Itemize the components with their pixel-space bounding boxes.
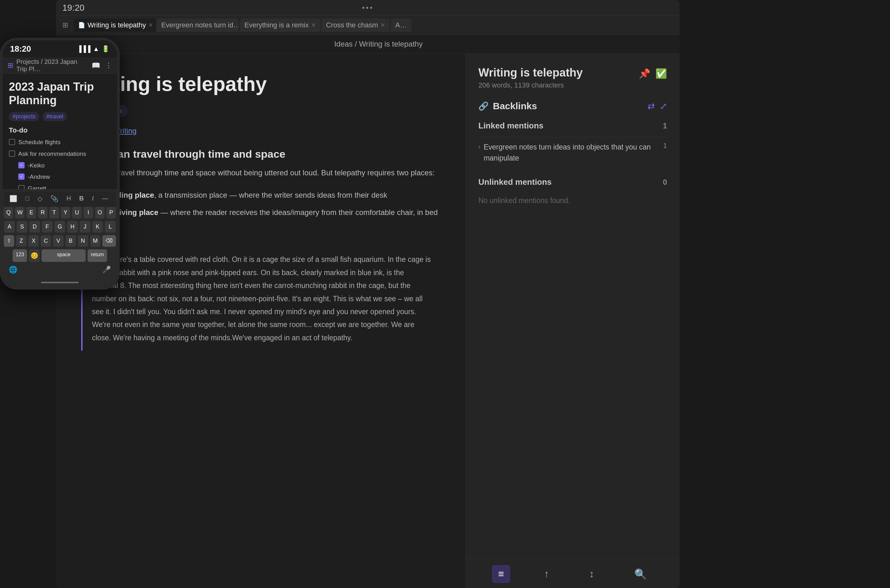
- no-mentions-text: No unlinked mentions found.: [478, 193, 667, 208]
- signal-icon: ▐▐▐: [77, 45, 91, 52]
- key-shift[interactable]: ⇧: [4, 235, 14, 247]
- key-v[interactable]: V: [53, 235, 63, 247]
- tab-evergreen[interactable]: Evergreen notes turn id… ✕: [157, 19, 239, 32]
- sidebar-toggle-icon[interactable]: ⊞: [59, 19, 71, 31]
- key-c[interactable]: C: [41, 235, 51, 247]
- phone-todo-section: To-do: [9, 126, 111, 134]
- phone-nav-icons: 📖 ⋮: [92, 62, 112, 70]
- key-delete[interactable]: ⌫: [102, 235, 116, 247]
- globe-icon[interactable]: 🌐: [9, 266, 17, 274]
- key-e[interactable]: E: [27, 207, 36, 219]
- tab-remix[interactable]: Everything is a remix ✕: [240, 19, 320, 32]
- backlinks-actions: ⇄ ⤢: [648, 101, 667, 111]
- key-a[interactable]: A: [4, 221, 15, 232]
- toolbar-list-btn[interactable]: ≡: [492, 565, 511, 583]
- key-x[interactable]: X: [29, 235, 39, 247]
- todo-checkbox-flights[interactable]: [9, 139, 15, 145]
- key-y[interactable]: Y: [61, 207, 70, 219]
- key-h[interactable]: H: [67, 221, 78, 232]
- key-l[interactable]: L: [105, 221, 116, 232]
- note-blockquote: Look- here's a table covered with red cl…: [81, 247, 440, 351]
- keyboard-row-4: 123 😊 space return: [4, 249, 116, 262]
- todo-checkbox-andrew[interactable]: [18, 174, 24, 180]
- key-j[interactable]: J: [80, 221, 90, 232]
- key-123[interactable]: 123: [13, 249, 27, 262]
- key-g[interactable]: G: [54, 221, 65, 232]
- key-b[interactable]: B: [66, 235, 76, 247]
- key-n[interactable]: N: [78, 235, 88, 247]
- toolbar-sort-btn[interactable]: ↕: [583, 565, 601, 583]
- mic-icon[interactable]: 🎤: [102, 266, 111, 274]
- phone-tag-travel[interactable]: #travel: [42, 112, 67, 121]
- key-k[interactable]: K: [92, 221, 103, 232]
- todo-checkbox-recommendations[interactable]: [9, 150, 15, 157]
- desktop-window: 19:20 ••• ⊞ 📄 Writing is telepathy ✕ Eve…: [56, 0, 680, 588]
- phone-home-indicator: [4, 276, 116, 286]
- list-item-2: A receiving place — where the reader rec…: [91, 206, 440, 219]
- linked-mentions-label: Linked mentions: [478, 121, 544, 130]
- linked-item-1[interactable]: › Evergreen notes turn ideas into object…: [478, 137, 667, 168]
- kbd-tool-heading[interactable]: H: [63, 193, 74, 204]
- pin-icon[interactable]: 📌: [639, 68, 650, 79]
- note-paragraph-1: Ideas can travel through time and space …: [81, 166, 440, 179]
- key-return[interactable]: return: [87, 249, 107, 262]
- key-z[interactable]: Z: [16, 235, 27, 247]
- list-item-1: A sending place, a transmission place — …: [91, 189, 440, 202]
- key-o[interactable]: O: [95, 207, 105, 219]
- todo-checkbox-keiko[interactable]: [18, 162, 24, 168]
- kbd-tool-attach[interactable]: 📎: [47, 193, 62, 204]
- key-d[interactable]: D: [29, 221, 40, 232]
- key-i[interactable]: I: [83, 207, 93, 219]
- note-section-1-title: Ideas can travel through time and space: [81, 148, 440, 160]
- kbd-tool-tag[interactable]: ◇: [34, 193, 45, 204]
- sidebar-toggle-icon[interactable]: ⊞: [8, 62, 13, 70]
- key-f[interactable]: F: [42, 221, 53, 232]
- more-icon[interactable]: ⋮: [105, 62, 112, 70]
- tab-close-3[interactable]: ✕: [311, 22, 316, 28]
- check-circle-icon[interactable]: ✅: [655, 68, 667, 79]
- note-section-2-title: Quote: [81, 228, 440, 240]
- bottom-toolbar: ≡ ↑ ↕ 🔍: [466, 560, 680, 588]
- kbd-tool-strike[interactable]: —: [99, 193, 111, 204]
- key-w[interactable]: W: [15, 207, 24, 219]
- kbd-tool-box[interactable]: □: [23, 193, 32, 204]
- todo-text-keiko: -Keiko: [28, 162, 45, 170]
- phone-note-title: 2023 Japan Trip Planning: [9, 80, 111, 107]
- title-bar: 19:20 •••: [56, 0, 680, 16]
- nav-bar: ‹ › Ideas / Writing is telepathy: [56, 34, 680, 54]
- backlinks-title-row: 🔗 Backlinks: [478, 101, 537, 111]
- tab-writing-is-telepathy[interactable]: 📄 Writing is telepathy ✕: [74, 19, 156, 32]
- mobile-phone: 18:20 ▐▐▐ ▲ 🔋 ⊞ Projects / 2023 Japan Tr…: [0, 38, 120, 290]
- panel-note-meta: 206 words, 1139 characters: [478, 81, 583, 89]
- tab-label-4: Cross the chasm: [326, 21, 378, 29]
- tab-5[interactable]: A…: [391, 19, 411, 32]
- todo-text-flights: Schedule flights: [18, 138, 60, 147]
- todo-item-flights: Schedule flights: [9, 138, 111, 147]
- key-r[interactable]: R: [38, 207, 48, 219]
- key-u[interactable]: U: [72, 207, 81, 219]
- kbd-tool-bold[interactable]: B: [76, 193, 87, 204]
- key-m[interactable]: M: [90, 235, 101, 247]
- key-s[interactable]: S: [17, 221, 27, 232]
- expand-icon[interactable]: ⤢: [660, 101, 667, 111]
- key-space[interactable]: space: [42, 249, 86, 262]
- tab-chasm[interactable]: Cross the chasm ✕: [322, 19, 389, 32]
- tab-close-1[interactable]: ✕: [148, 22, 153, 28]
- key-q[interactable]: Q: [4, 207, 13, 219]
- unlinked-mentions-section: Unlinked mentions 0 No unlinked mentions…: [478, 177, 667, 208]
- phone-tag-projects[interactable]: #projects: [9, 112, 39, 121]
- toolbar-upload-btn[interactable]: ↑: [538, 565, 556, 583]
- tab-close-4[interactable]: ✕: [380, 22, 385, 28]
- refresh-icon[interactable]: ⇄: [648, 101, 655, 111]
- kbd-tool-italic[interactable]: I: [89, 193, 97, 204]
- toolbar-search-btn[interactable]: 🔍: [628, 565, 653, 583]
- todo-checkbox-garrett[interactable]: [18, 185, 24, 189]
- key-p[interactable]: P: [107, 207, 116, 219]
- kbd-tool-bracket[interactable]: ⬜: [6, 193, 21, 204]
- key-t[interactable]: T: [50, 207, 59, 219]
- book-icon[interactable]: 📖: [92, 62, 100, 70]
- key-emoji[interactable]: 😊: [29, 249, 40, 262]
- note-title: Writing is telepathy: [81, 72, 440, 96]
- todo-item-recommendations: Ask for recommendations: [9, 150, 111, 158]
- main-area: Writing is telepathy #evergreen From On …: [56, 54, 680, 588]
